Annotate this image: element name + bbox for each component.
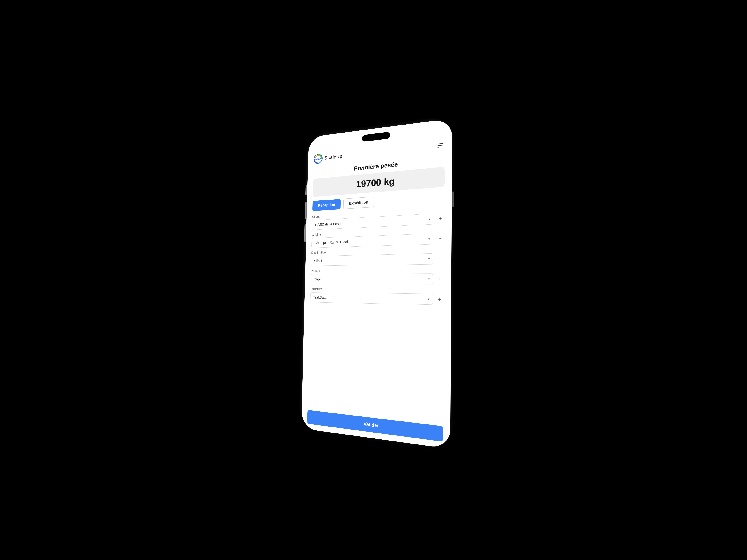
structure-label: Structure — [310, 287, 444, 292]
produit-row: Orge ▼ + — [311, 273, 444, 285]
hamburger-line-3 — [438, 146, 443, 148]
tab-reception[interactable]: Réception — [312, 199, 341, 211]
app-name: ScaleUp — [325, 153, 342, 161]
destination-select[interactable]: Silo 1 — [311, 254, 433, 266]
destination-dropdown-icon: ▼ — [428, 258, 431, 261]
destination-group: Destination Silo 1 ▼ + — [311, 247, 444, 266]
produit-dropdown-icon: ▼ — [428, 277, 430, 281]
destination-select-wrap: Silo 1 ▼ — [311, 254, 433, 266]
structure-select[interactable]: TrakData — [310, 292, 433, 305]
destination-row: Silo 1 ▼ + — [311, 253, 444, 266]
tab-expedition[interactable]: Expédition — [343, 196, 374, 209]
client-add-button[interactable]: + — [436, 214, 444, 223]
produit-label: Produit — [311, 268, 444, 273]
produit-select[interactable]: Orge — [311, 273, 433, 285]
structure-row: TrakData ▼ + — [310, 292, 444, 305]
produit-add-button[interactable]: + — [436, 275, 444, 283]
hamburger-line-1 — [438, 143, 443, 144]
client-group: Client GAEC de la Poste ▼ + — [312, 207, 444, 230]
trakdata-logo: TRAKDATA — [313, 154, 323, 164]
origine-dropdown-icon: ▼ — [428, 237, 431, 241]
destination-add-button[interactable]: + — [436, 255, 444, 263]
structure-group: Structure TrakData ▼ + — [310, 287, 444, 305]
origine-group: Origine Champs - Rte du Glacis ▼ + — [311, 228, 444, 248]
form-area: Client GAEC de la Poste ▼ + Origine — [302, 207, 452, 423]
produit-group: Produit Orge ▼ + — [311, 268, 444, 285]
structure-select-wrap: TrakData ▼ — [310, 292, 433, 305]
structure-add-button[interactable]: + — [436, 295, 444, 303]
structure-dropdown-icon: ▼ — [427, 297, 430, 301]
logo-area: TRAKDATA ScaleUp — [313, 151, 342, 164]
client-dropdown-icon: ▼ — [428, 217, 431, 221]
power-button — [452, 191, 454, 207]
hamburger-menu[interactable] — [436, 141, 445, 149]
produit-select-wrap: Orge ▼ — [311, 273, 433, 285]
origine-add-button[interactable]: + — [436, 235, 444, 243]
weight-value: 19700 kg — [356, 176, 395, 189]
dynamic-island — [362, 132, 390, 142]
phone-wrapper: TRAKDATA ScaleUp Première pesée 19700 kg… — [301, 118, 452, 449]
app-screen: TRAKDATA ScaleUp Première pesée 19700 kg… — [301, 118, 452, 449]
hamburger-line-2 — [438, 145, 443, 146]
